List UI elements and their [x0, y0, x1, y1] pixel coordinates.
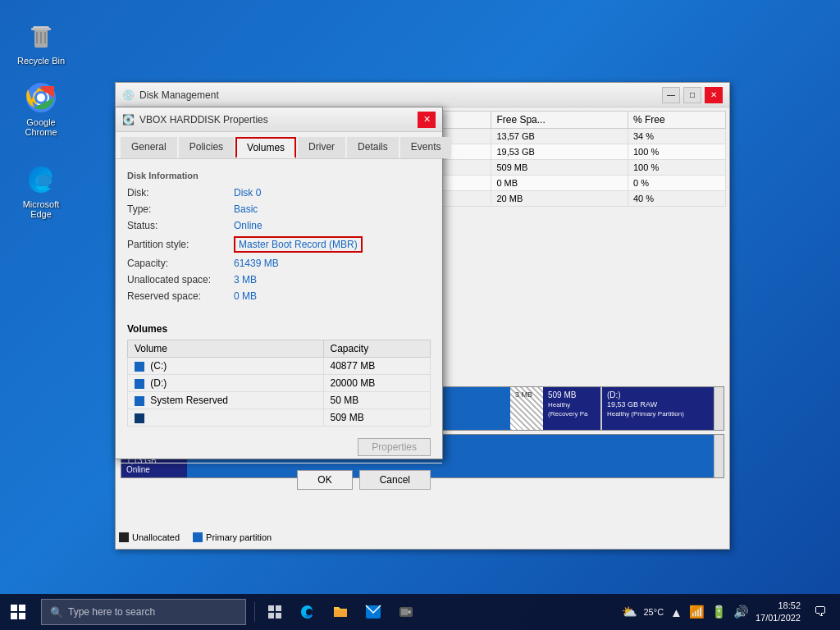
chrome-label: Google Chrome	[11, 117, 71, 137]
svg-point-11	[37, 94, 45, 102]
clock[interactable]: 18:52 17/01/2022	[756, 600, 801, 625]
field-reserved: Reserved space: 0 MB	[127, 290, 431, 302]
minimize-button[interactable]: —	[662, 87, 680, 103]
field-unallocated: Unallocated space: 3 MB	[127, 274, 431, 285]
ok-button[interactable]: OK	[297, 470, 352, 490]
taskbar-edge-icon[interactable]	[291, 594, 324, 630]
maximize-button[interactable]: □	[683, 87, 701, 103]
edge-image	[25, 163, 57, 196]
vol-row-extra: 509 MB	[128, 409, 431, 427]
svg-rect-13	[11, 605, 17, 611]
tab-general[interactable]: General	[121, 137, 177, 158]
legend: Unallocated Primary partition	[119, 532, 272, 542]
legend-unallocated-box	[119, 532, 129, 542]
scrollbar-right2[interactable]	[714, 435, 724, 477]
svg-rect-5	[31, 28, 51, 30]
svg-rect-17	[268, 605, 274, 611]
svg-rect-2	[36, 32, 38, 43]
volumes-section: Volumes Volume Capacity (C:) 40877 MB	[127, 323, 431, 427]
legend-primary: Primary partition	[193, 532, 272, 542]
taskbar: 🔍 Type here to search	[0, 594, 840, 630]
vol-cap-sysres: 50 MB	[323, 392, 431, 409]
properties-inner-button[interactable]: Properties	[358, 438, 431, 456]
network-tray-icon[interactable]: ▲	[670, 605, 682, 619]
vol-cap-d: 20000 MB	[323, 375, 431, 392]
vol-col-volume: Volume	[128, 340, 324, 358]
cancel-button[interactable]: Cancel	[359, 470, 431, 490]
recycle-bin-icon[interactable]: Recycle Bin	[8, 16, 74, 69]
row-free: 13,57 GB	[491, 129, 628, 144]
recycle-bin-label: Recycle Bin	[17, 56, 65, 66]
weather-icon[interactable]: ⛅	[622, 605, 637, 619]
task-view-button[interactable]	[258, 594, 291, 630]
harddisk-icon: 💽	[122, 114, 135, 126]
properties-btn-area: Properties	[116, 435, 442, 463]
row-pct: 34 %	[628, 129, 726, 144]
google-chrome-icon[interactable]: Google Chrome	[8, 78, 74, 140]
svg-point-12	[35, 175, 52, 186]
tab-driver[interactable]: Driver	[298, 137, 345, 158]
start-button[interactable]	[0, 594, 36, 630]
partition-unallocated: 3 MB	[510, 387, 543, 430]
search-icon: 🔍	[50, 606, 63, 619]
tab-details[interactable]: Details	[347, 137, 399, 158]
battery-icon[interactable]: 🔋	[711, 605, 727, 619]
scrollbar-right[interactable]	[714, 387, 724, 430]
disk-mgmt-title: 💿 Disk Management	[122, 89, 219, 101]
legend-unallocated: Unallocated	[119, 532, 180, 542]
svg-rect-14	[19, 605, 25, 611]
props-dialog-title: 💽 VBOX HARDDISK Properties	[122, 114, 268, 126]
props-close-button[interactable]: ✕	[418, 112, 436, 128]
col-header-pct: % Free	[628, 112, 726, 129]
svg-point-24	[408, 610, 411, 614]
vol-name-extra	[128, 409, 324, 427]
notification-button[interactable]: 🗨	[807, 594, 833, 630]
system-tray: ⛅ 25°C ▲ 📶 🔋 🔊 18:52 17/01/2022 🗨	[615, 594, 841, 630]
field-partition-style: Partition style: Master Boot Record (MBR…	[127, 236, 431, 253]
vol-row-c: (C:) 40877 MB	[128, 358, 431, 375]
volume-icon[interactable]: 🔊	[733, 605, 749, 619]
vol-name-d: (D:)	[128, 375, 324, 392]
svg-rect-18	[276, 605, 281, 611]
vol-cap-extra: 509 MB	[323, 409, 431, 427]
field-status: Status: Online	[127, 220, 431, 231]
weather-temp: 25°C	[644, 607, 664, 617]
close-button[interactable]: ✕	[705, 87, 723, 103]
disk-mgmt-title-icon: 💿	[122, 89, 135, 101]
clock-date: 17/01/2022	[756, 612, 801, 624]
partition-d-raw: (D:) 19,53 GB RAW Healthy (Primary Parti…	[600, 387, 714, 430]
dialog-footer: OK Cancel	[116, 463, 442, 496]
tab-events[interactable]: Events	[400, 137, 452, 158]
field-type: Type: Basic	[127, 203, 431, 215]
tab-policies[interactable]: Policies	[179, 137, 234, 158]
vol-col-capacity: Capacity	[323, 340, 431, 358]
vol-name-c: (C:)	[128, 358, 324, 375]
search-bar[interactable]: 🔍 Type here to search	[41, 599, 246, 625]
svg-rect-15	[11, 613, 17, 619]
dialog-body: Disk Information Disk: Disk 0 Type: Basi…	[116, 159, 442, 315]
taskbar-disk-icon[interactable]	[390, 594, 422, 630]
volumes-table: Volume Capacity (C:) 40877 MB (D:)	[127, 340, 431, 427]
svg-rect-19	[268, 613, 274, 619]
field-capacity: Capacity: 61439 MB	[127, 258, 431, 269]
properties-dialog: 💽 VBOX HARDDISK Properties ✕ General Pol…	[115, 107, 443, 459]
vol-name-sysres: System Reserved	[128, 392, 324, 409]
tab-volumes[interactable]: Volumes	[235, 137, 296, 158]
vol-row-d: (D:) 20000 MB	[128, 375, 431, 392]
taskbar-mail-icon[interactable]	[357, 594, 390, 630]
taskbar-explorer-icon[interactable]	[324, 594, 357, 630]
vol-color-c	[135, 362, 144, 372]
wifi-icon[interactable]: 📶	[689, 605, 705, 619]
col-header-free: Free Spa...	[491, 112, 628, 129]
svg-rect-4	[44, 32, 46, 43]
vol-cap-c: 40877 MB	[323, 358, 431, 375]
vol-color-d	[135, 379, 144, 389]
tabs-bar: General Policies Volumes Driver Details …	[116, 132, 442, 159]
recycle-bin-image	[25, 20, 57, 52]
vol-row-sysres: System Reserved 50 MB	[128, 392, 431, 409]
svg-rect-23	[401, 609, 408, 615]
search-placeholder: Type here to search	[68, 606, 155, 618]
partition-recovery: 509 MB Healthy (Recovery Pa	[543, 387, 600, 430]
microsoft-edge-icon[interactable]: Microsoft Edge	[8, 160, 74, 222]
svg-rect-3	[40, 32, 42, 43]
